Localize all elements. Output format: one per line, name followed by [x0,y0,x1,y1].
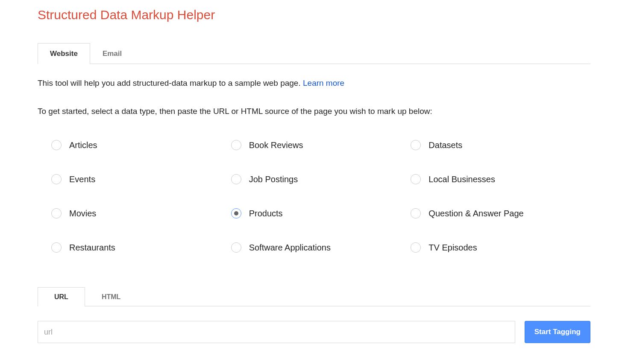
radio-icon [231,174,241,184]
radio-icon [51,208,62,218]
radio-label: Movies [69,209,96,218]
radio-icon [411,208,421,218]
radio-label: Events [69,175,95,184]
radio-icon [411,242,421,253]
radio-tv-episodes[interactable]: TV Episodes [411,242,590,253]
instruction-text: To get started, select a data type, then… [38,107,590,116]
data-type-grid: Articles Book Reviews Datasets Events Jo… [38,140,590,253]
learn-more-link[interactable]: Learn more [303,79,344,87]
radio-label: Software Applications [249,243,331,253]
radio-qa-page[interactable]: Question & Answer Page [411,208,590,218]
tab-website[interactable]: Website [38,43,90,64]
radio-label: Datasets [428,140,462,150]
intro-text-body: This tool will help you add structured-d… [38,79,303,87]
radio-icon [231,242,241,253]
radio-movies[interactable]: Movies [51,208,231,218]
radio-label: Local Businesses [428,175,495,184]
radio-local-businesses[interactable]: Local Businesses [411,174,590,184]
radio-icon [51,140,62,150]
radio-products[interactable]: Products [231,208,411,218]
mode-tab-bar: Website Email [38,43,590,64]
radio-label: Job Postings [249,175,298,184]
radio-label: Question & Answer Page [428,209,523,218]
radio-icon [411,140,421,150]
page-title: Structured Data Markup Helper [38,8,590,22]
start-tagging-button[interactable]: Start Tagging [525,321,590,343]
radio-label: TV Episodes [428,243,477,253]
radio-icon [411,174,421,184]
radio-software-applications[interactable]: Software Applications [231,242,411,253]
intro-text: This tool will help you add structured-d… [38,79,590,88]
radio-icon [231,208,241,218]
radio-datasets[interactable]: Datasets [411,140,590,150]
radio-events[interactable]: Events [51,174,231,184]
radio-articles[interactable]: Articles [51,140,231,150]
radio-label: Products [249,209,283,218]
radio-book-reviews[interactable]: Book Reviews [231,140,411,150]
url-row: Start Tagging [38,321,590,343]
radio-icon [51,174,62,184]
radio-label: Articles [69,140,97,150]
input-tab-url[interactable]: URL [38,287,85,306]
url-input[interactable] [38,321,515,343]
radio-label: Book Reviews [249,140,303,150]
radio-label: Restaurants [69,243,115,253]
tab-email[interactable]: Email [90,43,134,64]
radio-restaurants[interactable]: Restaurants [51,242,231,253]
radio-icon [231,140,241,150]
radio-job-postings[interactable]: Job Postings [231,174,411,184]
input-mode-tab-bar: URL HTML [38,287,590,306]
input-tab-html[interactable]: HTML [85,287,137,306]
radio-icon [51,242,62,253]
